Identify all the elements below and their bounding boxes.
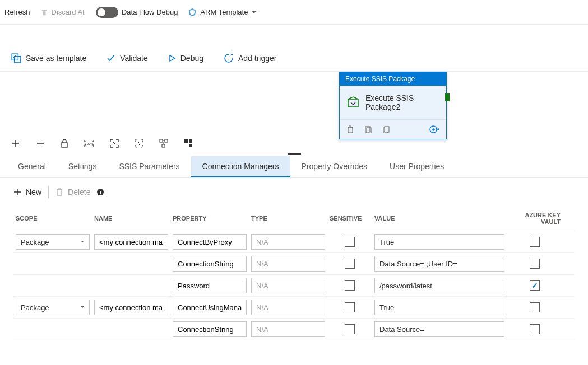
sensitive-checkbox[interactable] [345, 324, 355, 334]
zoom-out-icon[interactable] [36, 139, 45, 148]
auto-align-icon[interactable] [159, 139, 168, 148]
tab-connection-managers[interactable]: Connection Managers [191, 156, 290, 177]
add-output-icon[interactable] [429, 124, 439, 134]
scope-select[interactable]: Package [16, 300, 90, 315]
svg-rect-0 [12, 54, 18, 60]
add-trigger-label: Add trigger [238, 54, 276, 63]
svg-rect-11 [165, 139, 168, 142]
tab-ssis-parameters[interactable]: SSIS Parameters [108, 156, 191, 177]
svg-rect-15 [189, 144, 192, 147]
properties-tabs: General Settings SSIS Parameters Connect… [0, 156, 588, 178]
tab-settings[interactable]: Settings [57, 156, 108, 177]
minimap-icon[interactable] [184, 139, 193, 148]
ssis-package-icon [346, 96, 360, 109]
validate-button[interactable]: Validate [107, 54, 148, 63]
property-input[interactable] [173, 278, 247, 293]
pipeline-canvas[interactable]: Execute SSIS Package Execute SSIS Packag… [0, 72, 588, 133]
azure-key-vault-checkbox[interactable] [530, 259, 540, 269]
table-row: Data Source= [13, 319, 575, 340]
azure-key-vault-checkbox[interactable] [530, 324, 540, 334]
clone-icon[interactable] [364, 125, 372, 133]
svg-rect-16 [57, 190, 62, 195]
scope-select[interactable]: Package [16, 234, 90, 250]
col-property: PROPERTY [170, 215, 249, 222]
fullscreen-icon[interactable] [135, 139, 143, 148]
delete-button[interactable]: Delete [55, 188, 90, 196]
data-flow-debug-label: Data Flow Debug [122, 8, 178, 16]
zoom-fit-icon[interactable] [110, 139, 119, 148]
value-input[interactable]: True [374, 300, 504, 315]
col-sensitive: SENSITIVE [327, 215, 372, 222]
delete-icon[interactable] [346, 125, 354, 133]
tab-user-properties[interactable]: User Properties [378, 156, 455, 177]
svg-rect-6 [385, 127, 389, 132]
property-input[interactable] [173, 321, 247, 337]
new-button[interactable]: New [13, 188, 41, 196]
svg-text:100%: 100% [85, 142, 94, 146]
toolbar-separator [48, 186, 49, 198]
activity-card-footer [340, 119, 446, 139]
tab-property-overrides[interactable]: Property Overrides [290, 156, 378, 177]
add-trigger-button[interactable]: Add trigger [224, 53, 276, 63]
data-flow-debug-toggle[interactable] [96, 7, 118, 18]
sensitive-checkbox[interactable] [345, 237, 355, 247]
pipeline-toolbar: Save as template Validate Debug Add trig… [0, 45, 588, 72]
col-akv: AZURE KEY VAULT [507, 212, 563, 225]
validate-icon [107, 54, 115, 63]
discard-all-label: Discard All [52, 8, 86, 16]
name-input[interactable] [94, 234, 168, 250]
azure-key-vault-checkbox[interactable] [530, 302, 540, 312]
table-row: Data Source=.;User ID= [13, 253, 575, 275]
info-icon[interactable]: i [97, 189, 104, 195]
property-input[interactable] [173, 256, 247, 272]
zoom-reset-icon[interactable]: 100% [84, 139, 94, 147]
azure-key-vault-checkbox[interactable] [530, 280, 540, 291]
copy-icon[interactable] [382, 125, 390, 133]
save-template-icon [11, 53, 21, 63]
azure-key-vault-checkbox[interactable] [530, 237, 540, 247]
svg-rect-14 [189, 139, 192, 143]
refresh-button[interactable]: Refresh [4, 8, 30, 16]
zoom-in-icon[interactable] [11, 139, 20, 148]
col-value: VALUE [372, 215, 507, 222]
value-input[interactable]: Data Source=.;User ID= [374, 256, 504, 272]
activity-card-header: Execute SSIS Package [340, 72, 446, 86]
arm-template-label: ARM Template [200, 8, 248, 16]
type-input [251, 300, 325, 315]
arm-template-icon [188, 8, 197, 17]
svg-rect-8 [62, 143, 67, 147]
property-input[interactable] [173, 234, 247, 250]
row-toolbar: New Delete i [0, 178, 588, 206]
debug-button[interactable]: Debug [168, 54, 203, 63]
property-input[interactable] [173, 300, 247, 315]
activity-card-body: Execute SSIS Package2 [340, 86, 446, 119]
type-input [251, 256, 325, 272]
activity-card[interactable]: Execute SSIS Package Execute SSIS Packag… [339, 72, 447, 139]
lock-icon[interactable] [61, 139, 68, 148]
save-as-template-button[interactable]: Save as template [11, 53, 86, 63]
arm-template-dropdown[interactable]: ARM Template [188, 8, 257, 17]
validate-label: Validate [120, 54, 148, 63]
plus-icon [13, 188, 21, 196]
col-name: NAME [92, 215, 170, 222]
sensitive-checkbox[interactable] [345, 302, 355, 312]
data-flow-debug-toggle-group: Data Flow Debug [96, 7, 178, 18]
discard-all-button[interactable]: Discard All [40, 8, 86, 16]
debug-icon [168, 54, 176, 62]
connection-managers-grid: SCOPE NAME PROPERTY TYPE SENSITIVE VALUE… [0, 206, 588, 340]
svg-rect-3 [348, 127, 353, 133]
delete-label: Delete [68, 188, 90, 196]
refresh-label: Refresh [4, 8, 30, 16]
col-scope: SCOPE [13, 215, 92, 222]
value-input[interactable]: /password/latest [374, 278, 504, 293]
panel-drag-handle[interactable] [288, 153, 301, 155]
name-input[interactable] [94, 300, 168, 315]
value-input[interactable]: True [374, 234, 504, 250]
tab-general[interactable]: General [7, 156, 57, 177]
chevron-down-icon [251, 10, 257, 15]
sensitive-checkbox[interactable] [345, 280, 355, 291]
type-input [251, 321, 325, 337]
activity-name: Execute SSIS Package2 [365, 93, 439, 111]
value-input[interactable]: Data Source= [374, 321, 504, 337]
sensitive-checkbox[interactable] [345, 259, 355, 269]
